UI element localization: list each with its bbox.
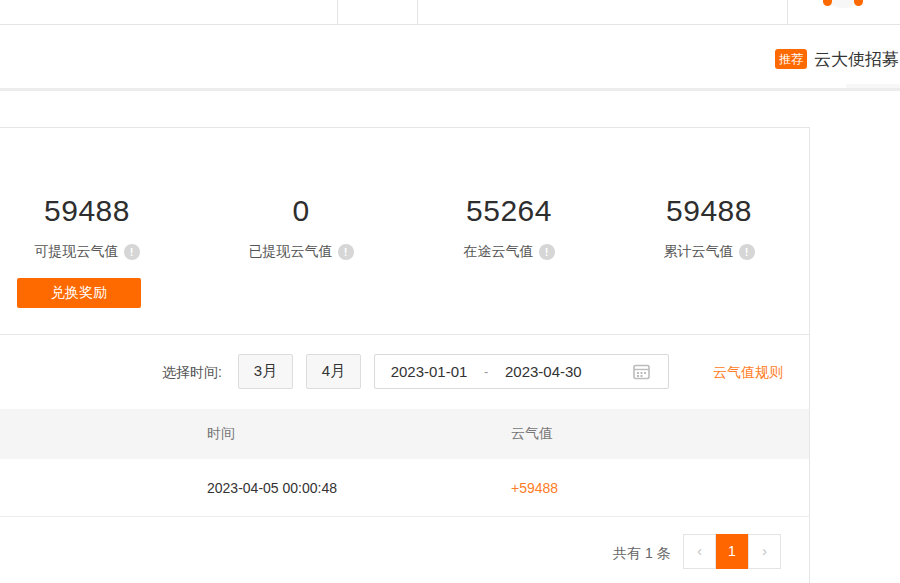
stat-value: 55264: [409, 192, 609, 230]
cloud-points-page: 推荐 云大使招募 59488 可提现云气值 ! 0 已提现云气值 ! 55264…: [0, 0, 900, 583]
calendar-icon[interactable]: [633, 363, 650, 380]
banner-separator: [0, 88, 900, 91]
pagination-total-text: 共有 1 条: [613, 545, 671, 563]
topbar-divider: [337, 0, 338, 24]
stat-withdrawn: 0 已提现云气值 !: [201, 192, 401, 261]
month-button-march[interactable]: 3月: [238, 354, 293, 389]
current-page-button[interactable]: 1: [716, 534, 748, 569]
mascot-left-tip: [823, 0, 832, 6]
banner-title: 云大使招募: [814, 48, 899, 71]
prev-page-button[interactable]: ‹: [683, 534, 716, 569]
column-header-points: 云气值: [511, 425, 553, 443]
row-time-cell: 2023-04-05 00:00:48: [207, 480, 511, 496]
stat-value: 59488: [0, 192, 187, 230]
redeem-rewards-button[interactable]: 兑换奖励: [17, 278, 141, 308]
top-tab-bar: [0, 0, 900, 25]
date-start-value[interactable]: 2023-01-01: [385, 363, 473, 380]
section-divider: [0, 334, 809, 335]
column-header-time: 时间: [207, 425, 511, 443]
date-range-input[interactable]: 2023-01-01 - 2023-04-30: [374, 354, 669, 389]
info-icon[interactable]: !: [124, 244, 140, 260]
corner-patch: [846, 84, 900, 88]
row-points-cell: +59488: [511, 480, 558, 496]
month-button-april[interactable]: 4月: [306, 354, 361, 389]
recommend-badge: 推荐: [775, 49, 807, 69]
topbar-divider: [417, 0, 418, 24]
date-end-value[interactable]: 2023-04-30: [499, 363, 587, 380]
table-row: 2023-04-05 00:00:48 +59488: [0, 459, 809, 517]
info-icon[interactable]: !: [739, 244, 755, 260]
date-separator: -: [484, 364, 488, 379]
points-rules-link[interactable]: 云气值规则: [713, 364, 783, 382]
stat-in-transit: 55264 在途云气值 !: [409, 192, 609, 261]
stat-value: 59488: [609, 192, 809, 230]
topbar-divider: [787, 0, 788, 24]
stat-withdrawable: 59488 可提现云气值 !: [0, 192, 187, 261]
info-icon[interactable]: !: [539, 244, 555, 260]
table-header: 时间 云气值: [0, 409, 809, 459]
promo-banner: 推荐 云大使招募: [0, 25, 900, 88]
time-filter-label: 选择时间:: [162, 364, 222, 382]
points-card: 59488 可提现云气值 ! 0 已提现云气值 ! 55264 在途云气值 ! …: [0, 127, 810, 583]
cutoff-mascot-icon[interactable]: [820, 0, 866, 10]
stat-total: 59488 累计云气值 !: [609, 192, 809, 261]
mascot-right-tip: [854, 0, 863, 6]
stat-label: 累计云气值: [664, 243, 734, 261]
stat-value: 0: [201, 192, 401, 230]
stat-label: 已提现云气值: [249, 243, 333, 261]
stat-label: 在途云气值: [464, 243, 534, 261]
pagination-control: ‹ 1 ›: [683, 534, 781, 569]
next-page-button[interactable]: ›: [748, 534, 781, 569]
stat-label: 可提现云气值: [35, 243, 119, 261]
ambassador-recruit-link[interactable]: 推荐 云大使招募: [775, 47, 899, 71]
info-icon[interactable]: !: [338, 244, 354, 260]
